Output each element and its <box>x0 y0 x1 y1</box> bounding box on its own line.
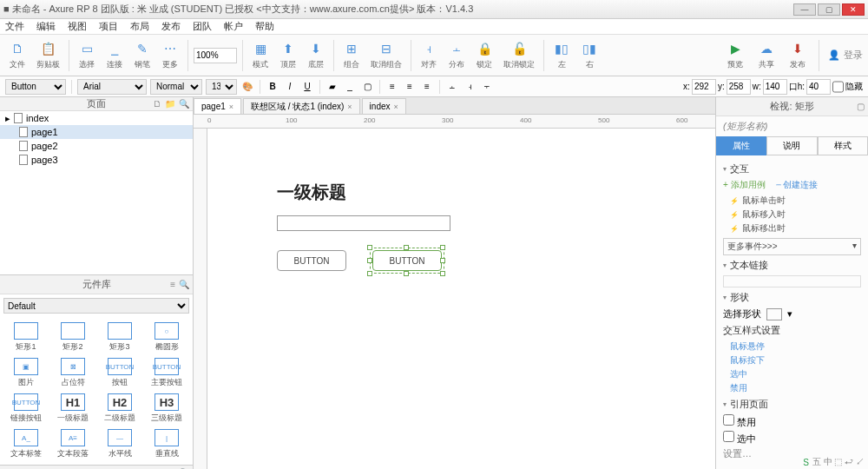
tool-clipboard[interactable]: 📋剪贴板 <box>33 40 63 70</box>
library-item[interactable]: BUTTON链接按钮 <box>3 392 49 426</box>
event-click[interactable]: 鼠标单击时 <box>730 195 861 207</box>
library-item[interactable]: BUTTON主要按钮 <box>144 356 189 390</box>
disabled-checkbox[interactable] <box>723 414 734 426</box>
library-item[interactable]: —水平线 <box>97 427 142 461</box>
font-select[interactable]: Arial <box>77 79 147 95</box>
shape-picker[interactable] <box>766 308 782 320</box>
tool-align[interactable]: ⫞对齐 <box>417 40 441 70</box>
valign-top-icon[interactable]: ⫠ <box>445 80 459 94</box>
chevron-down-icon[interactable]: ▾ <box>787 308 792 320</box>
library-item[interactable]: ▣图片 <box>3 356 49 390</box>
close-icon[interactable]: × <box>347 102 352 111</box>
inspector-menu-icon[interactable]: ▢ <box>857 102 865 111</box>
library-item[interactable]: H1一级标题 <box>50 392 95 426</box>
tool-right[interactable]: ▯▮右 <box>577 40 602 70</box>
heading-widget[interactable]: 一级标题 <box>277 181 346 204</box>
search-icon[interactable]: 🔍 <box>179 280 189 289</box>
add-folder-icon[interactable]: 📁 <box>165 99 175 109</box>
hidden-checkbox[interactable] <box>832 79 844 95</box>
tool-select[interactable]: ▭选择 <box>75 40 99 70</box>
library-item[interactable]: 矩形3 <box>97 320 142 354</box>
library-item[interactable]: H3三级标题 <box>144 392 189 426</box>
section-textlink[interactable]: 文本链接 <box>723 259 861 272</box>
canvas[interactable]: 一级标题 BUTTON BUTTON <box>207 129 715 469</box>
tool-lock[interactable]: 🔒锁定 <box>472 40 496 70</box>
size-select[interactable]: 13 <box>206 79 237 95</box>
login-button[interactable]: 👤登录 <box>828 49 863 62</box>
line-icon[interactable]: ⎯ <box>343 80 357 94</box>
menu-publish[interactable]: 发布 <box>161 20 181 33</box>
tool-publish[interactable]: ⬇发布 <box>786 40 810 70</box>
maximize-button[interactable]: ▢ <box>818 3 840 16</box>
library-item[interactable]: ⊠占位符 <box>50 356 95 390</box>
search-icon[interactable]: 🔍 <box>179 99 189 109</box>
library-item[interactable]: A_文本标签 <box>3 427 49 461</box>
menu-edit[interactable]: 编辑 <box>36 20 56 33</box>
menu-account[interactable]: 帐户 <box>224 20 243 33</box>
tree-item[interactable]: page3 <box>0 153 193 167</box>
button-widget-1[interactable]: BUTTON <box>277 250 346 271</box>
library-item[interactable]: 矩形2 <box>50 320 95 354</box>
style-hover[interactable]: 鼠标悬停 <box>730 340 861 353</box>
tool-top[interactable]: ⬆顶层 <box>276 40 300 70</box>
document-tab[interactable]: index× <box>362 98 406 114</box>
resize-handle[interactable] <box>440 245 445 250</box>
tree-item[interactable]: page2 <box>0 139 193 153</box>
resize-handle[interactable] <box>440 271 445 276</box>
textfield-widget[interactable] <box>277 215 450 231</box>
border-icon[interactable]: ▢ <box>360 80 374 94</box>
shape-name-field[interactable]: (矩形名称) <box>716 116 868 136</box>
align-right-icon[interactable]: ≡ <box>420 80 434 94</box>
close-button[interactable]: ✕ <box>842 3 865 16</box>
event-mouseleave[interactable]: 鼠标移出时 <box>730 222 861 234</box>
valign-bot-icon[interactable]: ⫟ <box>480 80 494 94</box>
tool-mode[interactable]: ▦模式 <box>248 40 273 70</box>
library-set-select[interactable]: Default <box>3 298 189 314</box>
resize-handle[interactable] <box>440 258 445 263</box>
tab-attributes[interactable]: 属性 <box>716 136 766 155</box>
widget-type-select[interactable]: Button <box>5 79 66 95</box>
zoom-input[interactable] <box>194 48 237 63</box>
menu-team[interactable]: 团队 <box>193 20 212 33</box>
y-input[interactable] <box>727 79 751 95</box>
library-item[interactable]: 矩形1 <box>3 320 49 354</box>
tree-item[interactable]: page1 <box>0 125 193 139</box>
align-center-icon[interactable]: ≡ <box>403 80 417 94</box>
style-mousedown[interactable]: 鼠标按下 <box>730 354 861 367</box>
fill-icon[interactable]: ▰ <box>326 80 339 94</box>
resize-handle[interactable] <box>404 271 409 276</box>
tool-share[interactable]: ☁共享 <box>754 40 779 70</box>
align-left-icon[interactable]: ≡ <box>385 80 399 94</box>
menu-help[interactable]: 帮助 <box>255 20 274 33</box>
tool-group-btn[interactable]: ⊞组合 <box>339 40 364 70</box>
more-events-dropdown[interactable]: 更多事件>>>▾ <box>723 238 861 255</box>
resize-handle[interactable] <box>367 245 372 250</box>
resize-handle[interactable] <box>367 258 372 263</box>
italic-icon[interactable]: I <box>283 80 297 94</box>
tool-file[interactable]: 🗋文件 <box>5 40 30 70</box>
textlink-box[interactable] <box>723 275 861 287</box>
lib-menu-icon[interactable]: ≡ <box>170 280 175 289</box>
library-item[interactable]: H2二级标题 <box>97 392 142 426</box>
menu-arrange[interactable]: 布局 <box>130 20 149 33</box>
section-interactions[interactable]: 交互 <box>723 162 861 175</box>
underline-icon[interactable]: U <box>300 80 314 94</box>
menu-file[interactable]: 文件 <box>5 20 24 33</box>
tool-more[interactable]: ⋯更多 <box>158 40 182 70</box>
tab-style[interactable]: 样式 <box>818 136 868 155</box>
style-disabled[interactable]: 禁用 <box>730 382 861 394</box>
w-input[interactable] <box>763 79 787 95</box>
tool-distribute[interactable]: ⫠分布 <box>444 40 469 70</box>
valign-mid-icon[interactable]: ⫞ <box>463 80 477 94</box>
resize-handle[interactable] <box>367 271 372 276</box>
tool-ungroup[interactable]: ⊟取消组合 <box>367 40 405 70</box>
x-input[interactable] <box>692 79 716 95</box>
menu-view[interactable]: 视图 <box>68 20 87 33</box>
minimize-button[interactable]: — <box>793 3 816 16</box>
document-tab[interactable]: page1× <box>194 98 241 114</box>
resize-handle[interactable] <box>404 245 409 250</box>
close-icon[interactable]: × <box>394 102 398 111</box>
weight-select[interactable]: Normal <box>150 79 202 95</box>
tab-notes[interactable]: 说明 <box>766 136 817 155</box>
tool-unlock[interactable]: 🔓取消锁定 <box>500 40 538 70</box>
